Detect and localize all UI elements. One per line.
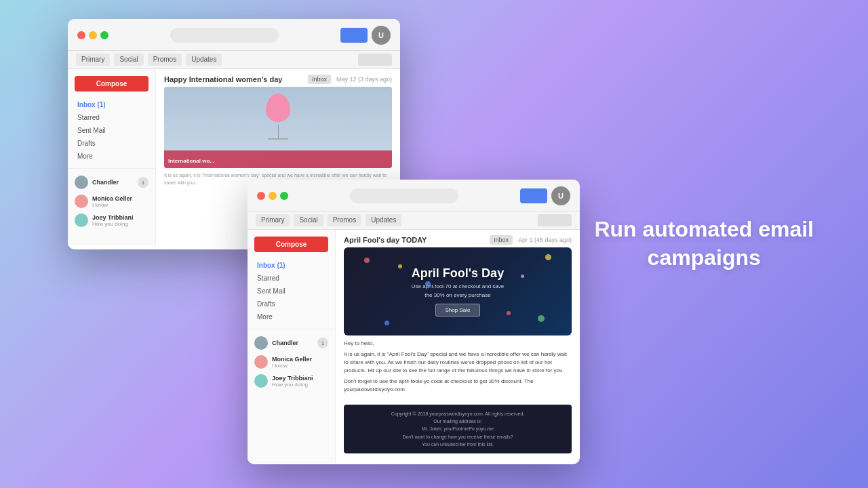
sidebar-2: Compose Inbox (1) Starred Sent Mail Draf… [248,230,336,463]
shop-sale-button[interactable]: Shop Sale [435,304,481,317]
nav-tab-updates-1[interactable]: Updates [186,54,222,66]
banner-subtitle-2: the 30% on every purchase [425,292,490,298]
email-body-2: Compose Inbox (1) Starred Sent Mail Draf… [248,230,580,463]
sidebar-more-1[interactable]: More [68,150,155,163]
confetti-7 [507,311,511,315]
contact-info-chandler-2: Chandler [272,340,313,346]
nav-tab-social-1[interactable]: Social [114,54,143,66]
sidebar-drafts-1[interactable]: Drafts [68,137,155,150]
window-2: U Primary Social Promos Updates Compose … [248,180,580,464]
contact-info-monica-1: Monica Geller I know [92,195,149,208]
nav-tab-spacer-2 [538,214,572,226]
contact-info-joey-1: Joey Tribbiani How you doing [92,214,149,227]
sidebar-1: Compose Inbox (1) Starred Sent Mail Draf… [68,69,156,245]
sidebar-inbox-1[interactable]: Inbox (1) [68,98,155,111]
contact-info-chandler-1: Chandler [92,179,134,186]
minimize-button-1[interactable] [89,31,97,39]
nav-tab-promos-1[interactable]: Promos [148,54,182,66]
nav-tab-primary-2[interactable]: Primary [256,214,290,226]
contact-avatar-chandler-1 [75,176,88,189]
confetti-3 [538,315,545,322]
contact-badge-chandler-1: 1 [138,177,149,188]
footer-line-3: Mr. Joker, yourFoolmePo.yoyo.me [349,425,566,432]
email-header-2: April Fool's day TODAY Inbox Apr 1 (45 d… [336,230,580,247]
nav-tabs-1: Primary Social Promos Updates [68,51,400,69]
contact-avatar-joey-1 [75,214,88,227]
april-fools-banner: April Fool's Day Use april-fool-70 at ch… [344,247,572,336]
intl-banner-label: International wo... [168,158,214,164]
email-header-1: Happy International women's day Inbox Ma… [156,69,400,87]
contact-monica-1[interactable]: Monica Geller I know [68,192,155,211]
footer-line-4: Don't want to change how you receive the… [349,433,566,441]
search-area-2 [292,188,516,203]
banner-footer-text: International wo... [164,150,392,168]
email-para-greeting: Hey to hello, [344,340,572,348]
footer-line-2: Our mailing address is: [349,418,566,425]
balloon-string [278,125,279,138]
sidebar-sentmail-2[interactable]: Sent Mail [248,285,335,298]
contact-avatar-monica-1 [75,195,88,208]
contact-avatar-monica-2 [254,355,268,369]
footer-line-5: You can unsubscribe from this list. [349,441,566,448]
compose-button-2[interactable]: Compose [254,237,328,252]
contact-badge-chandler-2: 1 [317,338,328,348]
confetti-4 [384,321,389,325]
contact-info-monica-2: Monica Geller I know [272,356,328,369]
email-banner-container-1: International wo... [156,87,400,168]
contact-chandler-1[interactable]: Chandler 1 [68,173,155,192]
search-bar-2[interactable] [350,188,458,203]
maximize-button-2[interactable] [280,192,288,200]
nav-tab-updates-2[interactable]: Updates [366,214,401,226]
search-bar-1[interactable] [170,28,279,43]
compose-toolbar-btn-1[interactable] [340,28,368,43]
nav-tab-promos-2[interactable]: Promos [328,214,361,226]
sidebar-starred-2[interactable]: Starred [248,272,335,285]
window-controls-2 [257,192,288,200]
contact-joey-2[interactable]: Joey Tribbiani How you doing [248,371,335,390]
titlebar-2: U [248,180,580,211]
contact-list-1: Chandler 1 Monica Geller I know Joey Tri… [68,168,155,230]
contact-avatar-joey-2 [254,374,268,388]
april-banner-container: April Fool's Day Use april-fool-70 at ch… [336,247,580,336]
contact-info-joey-2: Joey Tribbiani How you doing [272,375,328,388]
close-button-2[interactable] [257,192,265,200]
contact-list-2: Chandler 1 Monica Geller I know Joey Tri… [248,329,335,390]
maximize-button-1[interactable] [100,31,108,39]
window-controls-1 [77,31,108,39]
contact-monica-2[interactable]: Monica Geller I know [248,352,335,371]
nav-tab-primary-1[interactable]: Primary [76,54,110,66]
confetti-1 [364,258,370,263]
footer-line-1: Copyright © 2018 yourpasswordisyoyo.com.… [349,410,566,418]
sidebar-more-2[interactable]: More [248,310,335,323]
sidebar-inbox-2[interactable]: Inbox (1) [248,259,335,272]
intl-womens-banner: International wo... [164,87,392,168]
email-main-2: April Fool's day TODAY Inbox Apr 1 (45 d… [336,230,580,463]
nav-tab-social-2[interactable]: Social [294,214,323,226]
minimize-button-2[interactable] [269,192,277,200]
email-footer-banner: Copyright © 2018 yourpasswordisyoyo.com.… [344,405,572,453]
confetti-5 [521,274,524,278]
compose-toolbar-btn-2[interactable] [520,188,547,203]
balloon-illustration [266,94,290,122]
footer-content: Copyright © 2018 yourpasswordisyoyo.com.… [349,410,566,448]
compose-button-1[interactable]: Compose [75,76,149,92]
banner-title: April Fool's Day [412,266,504,281]
sidebar-starred-1[interactable]: Starred [68,111,155,124]
email-para-body: It is us again, it is "April Fool's Day"… [344,350,572,375]
contact-chandler-2[interactable]: Chandler 1 [248,333,335,352]
titlebar-1: U [68,19,400,51]
user-avatar-2: U [551,186,570,205]
confetti-6 [545,254,551,260]
email-para-promo: Don't forget to use the april-fools-yo c… [344,378,572,394]
close-button-1[interactable] [77,31,85,39]
search-area-1 [113,28,336,43]
nav-tab-spacer-1 [358,54,392,66]
user-avatar-1: U [372,26,391,45]
sidebar-sentmail-1[interactable]: Sent Mail [68,124,155,137]
confetti-8 [425,281,431,287]
chair-top [268,138,288,140]
sidebar-drafts-2[interactable]: Drafts [248,298,335,310]
contact-joey-1[interactable]: Joey Tribbiani How you doing [68,211,155,230]
contact-avatar-chandler-2 [254,336,268,350]
promo-text: Run automated email campaigns [594,216,814,272]
